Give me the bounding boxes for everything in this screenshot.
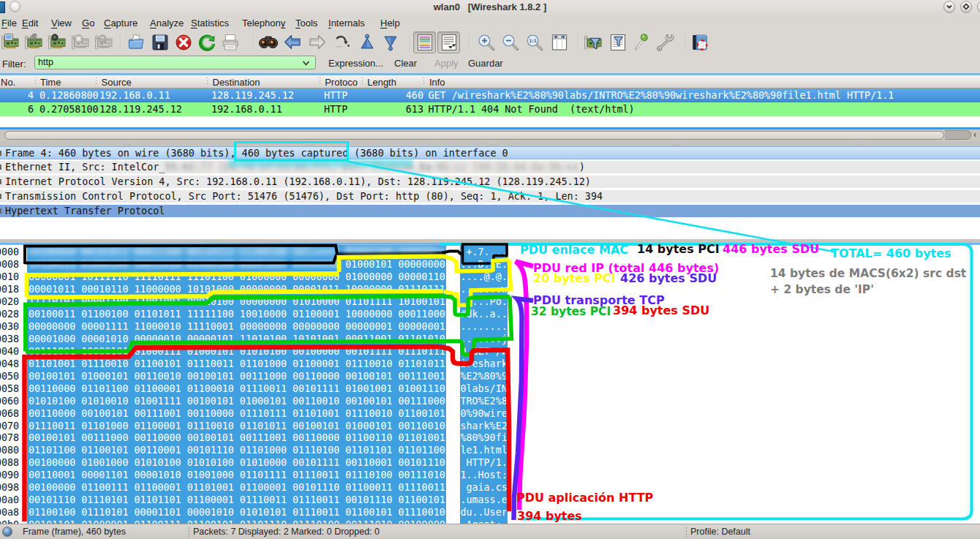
column-header-no[interactable]: No. — [1, 77, 15, 88]
bytes-row[interactable]: 001800001011 00010110 11000000 10101000 … — [0, 283, 980, 295]
bytes-row[interactable]: 00a801100100 01110101 00001101 00001010 … — [0, 506, 980, 519]
bytes-row[interactable]: 008800100000 01001000 01010100 01010100 … — [0, 456, 980, 469]
bytes-row[interactable]: 007800100101 00111000 00110000 00100101 … — [0, 431, 980, 444]
scrollbar-thumb[interactable] — [4, 131, 944, 140]
column-header-protoco[interactable]: Protoco — [325, 77, 358, 88]
menu-analyze[interactable]: Analyze — [150, 18, 184, 29]
bytes-row[interactable]: 009000110001 00001101 00001010 01001000 … — [0, 469, 980, 481]
bytes-row[interactable]: 004801101001 01110010 01100101 01110011 … — [0, 357, 980, 369]
open-file-button[interactable] — [127, 33, 146, 52]
maximize-button[interactable] — [960, 1, 972, 12]
menu-statistics[interactable]: Statistics — [191, 18, 229, 29]
bytes-row[interactable]: 005800110000 01101100 01100001 01100010 … — [0, 382, 980, 394]
reload-button[interactable] — [197, 33, 216, 52]
column-header-time[interactable]: Time — [40, 77, 61, 88]
column-separator[interactable] — [320, 78, 320, 86]
column-separator[interactable] — [423, 78, 424, 86]
pane-splitter[interactable]: ............... — [0, 239, 980, 245]
pane-splitter[interactable]: ............... — [0, 141, 980, 146]
menu-telephony[interactable]: Telephony — [242, 18, 285, 29]
capture-stop-button[interactable] — [71, 33, 90, 52]
packet-row-selected[interactable]: 40.12860800192.168.0.11128.119.245.12HTT… — [0, 88, 980, 102]
bytes-row[interactable]: 005000100101 01000101 00110010 00100101 … — [0, 369, 980, 382]
bytes-row[interactable]: 001000000001 10111110 11110111 11101100 … — [0, 271, 980, 283]
expander-icon[interactable] — [0, 151, 1, 156]
go-to-top-button[interactable] — [358, 33, 377, 52]
byte-bits: 01110011 01101000 01100001 01110010 0110… — [29, 421, 445, 431]
column-header-info[interactable]: Info — [429, 77, 445, 88]
list-interfaces-button[interactable] — [1, 33, 20, 52]
bytes-row[interactable]: 003800001000 00001010 00000010 00000101 … — [0, 332, 980, 344]
bytes-row[interactable]: 002011110101 00001100 11001001 00010100 … — [0, 295, 980, 308]
expert-info-icon[interactable] — [2, 527, 12, 537]
expander-icon[interactable] — [0, 179, 1, 184]
filter-input[interactable]: http — [34, 56, 316, 70]
preferences-button[interactable] — [656, 33, 675, 52]
capture-restart-button[interactable] — [94, 33, 113, 52]
menu-edit[interactable]: Edit — [22, 18, 38, 29]
menu-file[interactable]: File — [1, 18, 17, 29]
menu-help[interactable]: Help — [380, 18, 400, 29]
byte-ascii: .......j — [461, 333, 508, 344]
filter-expression-button[interactable]: Expression... — [328, 58, 383, 69]
help-contents-button[interactable] — [690, 33, 709, 52]
find-packet-button[interactable] — [259, 33, 278, 52]
expander-icon[interactable] — [0, 194, 1, 199]
close-capture-button[interactable] — [174, 33, 193, 52]
menu-go[interactable]: Go — [82, 18, 94, 29]
minimize-button[interactable] — [943, 1, 955, 12]
detail-row[interactable]: Transmission Control Protocol, Src Port:… — [0, 190, 980, 203]
zoom-100-button[interactable]: 1:1 — [525, 33, 544, 52]
bytes-row[interactable]: 006800110000 00100101 00111001 00110000 … — [0, 407, 980, 419]
capture-start-button[interactable] — [48, 33, 67, 52]
column-separator[interactable] — [96, 78, 97, 86]
zoom-out-button[interactable] — [501, 33, 520, 52]
filter-clear-button[interactable]: Clear — [394, 58, 417, 69]
detail-row[interactable]: Frame 4: 460 bytes on wire (3680 bits), … — [0, 146, 980, 159]
column-separator[interactable] — [35, 78, 36, 86]
go-to-packet-button[interactable] — [333, 33, 352, 52]
column-header-source[interactable]: Source — [102, 77, 132, 88]
menu-tools[interactable]: Tools — [295, 18, 317, 29]
go-back-button[interactable] — [283, 33, 302, 52]
cell-no: 6 — [0, 104, 34, 115]
menu-internals[interactable]: Internals — [328, 18, 365, 29]
go-forward-button[interactable] — [308, 33, 327, 52]
menu-view[interactable]: View — [51, 18, 72, 29]
bytes-row[interactable]: 003000000000 00001111 11000010 11110001 … — [0, 320, 980, 332]
bytes-row[interactable]: 002800100011 01100100 01101011 11111100 … — [0, 307, 980, 320]
column-separator[interactable] — [362, 78, 363, 86]
scrollbar-track[interactable] — [945, 130, 971, 140]
detail-row[interactable]: Internet Protocol Version 4, Src: 192.16… — [0, 176, 980, 189]
coloring-rules-button[interactable] — [632, 33, 651, 52]
packet-row[interactable]: 60.27058100128.119.245.12192.168.0.11HTT… — [0, 102, 980, 116]
save-file-button[interactable] — [151, 33, 170, 52]
detail-row[interactable]: Hypertext Transfer Protocol — [0, 205, 980, 218]
column-separator[interactable] — [207, 78, 208, 86]
resize-columns-button[interactable] — [550, 33, 569, 52]
capture-filters-button[interactable] — [584, 33, 603, 52]
print-button[interactable] — [221, 33, 240, 52]
column-header-destination[interactable]: Destination — [213, 77, 260, 88]
filter-guardar-button[interactable]: Guardar — [468, 58, 503, 69]
packet-list-header[interactable]: No.TimeSourceDestinationProtocoLengthInf… — [0, 75, 980, 88]
capture-options-button[interactable] — [24, 33, 43, 52]
bytes-row[interactable]: 004000111001 10000101 01000111 01000101 … — [0, 344, 980, 357]
go-to-bottom-button[interactable] — [381, 33, 400, 52]
bytes-row[interactable]: 00a000101110 01110101 01101101 01100001 … — [0, 494, 980, 506]
bytes-row[interactable]: 006001010100 01010010 01001111 00100101 … — [0, 394, 980, 407]
bytes-row[interactable]: 00b000101101 01000001 01100111 01100101 … — [0, 519, 980, 524]
colorize-toggle-button[interactable] — [415, 33, 434, 52]
display-filters-button[interactable] — [608, 33, 627, 52]
bytes-row[interactable]: 009800100000 01100111 01100001 01101001 … — [0, 481, 980, 494]
zoom-in-button[interactable] — [477, 33, 496, 52]
bytes-row[interactable]: 008001101100 01100101 00110001 00101110 … — [0, 444, 980, 456]
chevron-down-icon[interactable] — [302, 60, 310, 67]
column-header-length[interactable]: Length — [367, 77, 396, 88]
autoscroll-toggle-button[interactable] — [440, 33, 459, 52]
scrollbar-stepper-icon[interactable]: ‹ — [973, 129, 976, 140]
menu-capture[interactable]: Capture — [104, 18, 137, 29]
bytes-row[interactable]: 007001110011 01101000 01100001 01110010 … — [0, 419, 980, 431]
expander-icon[interactable] — [0, 165, 1, 170]
expander-icon[interactable] — [0, 208, 1, 214]
